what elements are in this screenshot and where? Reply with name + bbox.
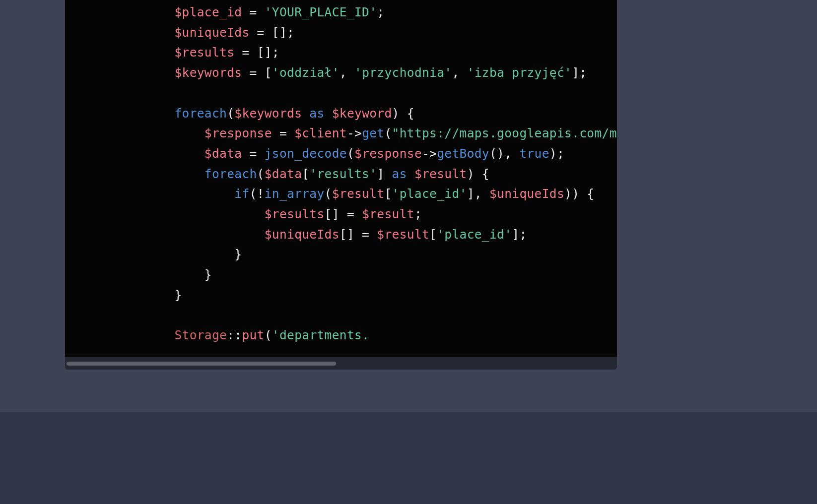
- page-footer: [0, 412, 817, 504]
- horizontal-scrollbar-track[interactable]: [65, 357, 617, 370]
- code-panel: $place_id = 'YOUR_PLACE_ID'; $uniqueIds …: [65, 0, 617, 370]
- code-block[interactable]: $place_id = 'YOUR_PLACE_ID'; $uniqueIds …: [144, 2, 617, 346]
- code-token: $place_id: [174, 5, 242, 19]
- code-viewport[interactable]: $place_id = 'YOUR_PLACE_ID'; $uniqueIds …: [65, 0, 617, 357]
- horizontal-scrollbar-thumb[interactable]: [67, 362, 336, 366]
